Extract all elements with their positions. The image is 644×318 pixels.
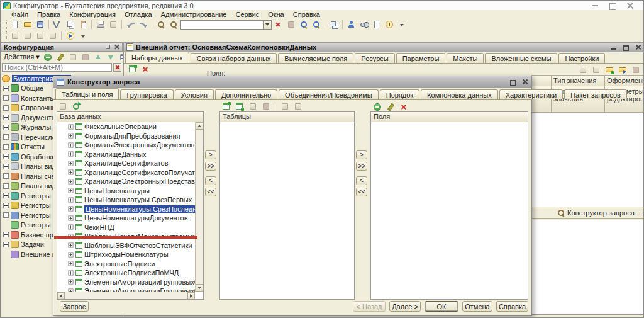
new-file-icon[interactable]	[9, 20, 21, 30]
expander-icon[interactable]	[3, 95, 9, 101]
add-table-icon[interactable]	[126, 64, 138, 74]
maximize-icon[interactable]	[608, 2, 617, 9]
copy-icon[interactable]	[67, 52, 79, 62]
edit-document-icon[interactable]	[370, 20, 382, 30]
menu-item[interactable]: Конфигурация	[65, 11, 120, 18]
refresh-icon[interactable]	[70, 101, 82, 111]
clear-config-search-icon[interactable]	[113, 63, 121, 72]
add-icon[interactable]	[371, 102, 383, 112]
database-table-row[interactable]: ЭлектронныеПодписиПоМЧД	[57, 268, 195, 278]
transfer-all-left-button[interactable]: <<	[356, 188, 367, 196]
query-text-area[interactable]	[531, 220, 644, 314]
expander-icon[interactable]	[3, 154, 9, 159]
database-table-row[interactable]: ХранилищеДанных	[57, 150, 195, 159]
expander-icon[interactable]	[68, 243, 73, 248]
expander-icon[interactable]	[3, 115, 9, 120]
dialog-tab-8[interactable]: Пакет запросов	[564, 89, 627, 99]
database-table-row[interactable]: ШтрихкодыНоменклатуры	[57, 250, 195, 259]
database-table-row[interactable]: ЧекиНПД	[57, 223, 195, 232]
transfer-right-button[interactable]: >	[205, 150, 216, 159]
database-table-row[interactable]: ЦеныНоменклатуры	[57, 186, 195, 196]
combo-dropdown-icon[interactable]	[264, 20, 272, 30]
query-button[interactable]: Запрос	[60, 301, 89, 312]
database-table-row[interactable]: ЭлементыАмортизацииГрупповыхОСБухгал	[57, 287, 195, 292]
report-restore-icon[interactable]	[623, 44, 630, 50]
print-preview-icon[interactable]	[107, 20, 119, 30]
menu-item[interactable]: Отладка	[120, 11, 156, 18]
database-table-row[interactable]: ФорматыДляПреобразования	[57, 132, 195, 141]
menu-item[interactable]: Администрирование	[157, 11, 231, 18]
report-minimize-icon[interactable]	[611, 44, 618, 50]
print-icon[interactable]	[94, 20, 106, 30]
delete-icon[interactable]	[260, 101, 272, 111]
expander-icon[interactable]	[68, 225, 73, 230]
expander-icon[interactable]	[68, 215, 73, 220]
configuration-store-icon[interactable]	[9, 31, 21, 41]
redo-icon[interactable]	[137, 20, 149, 30]
database-table-row[interactable]: ЦеныНоменклатуры.СрезПоследних	[57, 205, 195, 214]
expander-icon[interactable]	[68, 252, 73, 257]
pin-icon[interactable]	[106, 45, 110, 49]
paste-icon[interactable]	[77, 20, 89, 30]
help-button[interactable]: Справка	[496, 301, 528, 312]
cut-icon[interactable]	[52, 20, 64, 30]
dialog-tab-2[interactable]: Условия	[175, 89, 214, 99]
table-params-icon[interactable]	[292, 101, 304, 111]
expander-icon[interactable]	[3, 173, 9, 179]
horizontal-scrollbar[interactable]	[57, 292, 195, 299]
transfer-left-button[interactable]: <	[205, 176, 216, 185]
expander-icon[interactable]	[3, 232, 9, 237]
move-up-icon[interactable]	[92, 52, 104, 62]
find-icon[interactable]	[155, 20, 167, 30]
compare-configs-icon[interactable]	[21, 31, 33, 41]
cancel-button[interactable]: Отмена	[462, 301, 492, 312]
database-config-icon[interactable]	[34, 31, 46, 41]
toolbar-grip[interactable]	[4, 20, 7, 29]
clear-search-icon[interactable]	[272, 20, 284, 30]
actions-menu[interactable]: Действия ▾	[2, 53, 42, 61]
toolbar-grip[interactable]	[4, 31, 7, 40]
expander-icon[interactable]	[68, 179, 73, 184]
next-button[interactable]: Далее >	[389, 301, 421, 312]
close-panel-icon[interactable]	[114, 44, 119, 50]
more-icon[interactable]	[77, 31, 89, 41]
expander-icon[interactable]	[68, 207, 73, 212]
report-tab-2[interactable]: Вычисляемые поля	[278, 53, 353, 63]
expander-icon[interactable]	[68, 270, 73, 275]
expander-icon[interactable]	[3, 125, 9, 130]
expander-icon[interactable]	[68, 280, 73, 285]
remove-table-icon[interactable]	[279, 101, 291, 111]
menu-item[interactable]: Справка	[289, 11, 325, 18]
parameters-list-area[interactable]	[531, 113, 644, 207]
expander-icon[interactable]	[68, 133, 73, 139]
menu-item[interactable]: Правка	[33, 11, 65, 18]
menu-item[interactable]: Сервис	[231, 11, 264, 18]
add-icon[interactable]	[577, 65, 589, 75]
report-tab-4[interactable]: Параметры	[396, 53, 446, 63]
dialog-tab-1[interactable]: Группировка	[120, 89, 173, 99]
report-tab-5[interactable]: Макеты	[447, 53, 484, 63]
report-tab-6[interactable]: Вложенные схемы	[485, 53, 557, 63]
undo-icon[interactable]	[125, 20, 136, 30]
report-close-icon[interactable]	[635, 44, 641, 50]
expander-icon[interactable]	[3, 212, 9, 218]
expander-icon[interactable]	[3, 183, 9, 189]
transfer-all-left-button[interactable]: <<	[205, 188, 216, 196]
scroll-left-icon[interactable]	[57, 292, 65, 299]
config-search-input[interactable]	[2, 63, 112, 72]
save-icon[interactable]	[34, 20, 46, 30]
more-icon[interactable]	[396, 20, 408, 30]
database-table-row[interactable]: ШаблоныЭВФОтчетовСтатистики	[57, 241, 195, 251]
database-table-row[interactable]: ЭлементыАмортизацииГрупповыхОСБухгал	[57, 278, 195, 287]
transfer-all-right-button[interactable]: >>	[205, 162, 216, 171]
expander-icon[interactable]	[68, 161, 73, 166]
find-prev-icon[interactable]	[310, 20, 322, 30]
copy-icon[interactable]	[64, 20, 76, 30]
delete-icon[interactable]	[139, 64, 151, 74]
expander-icon[interactable]	[3, 144, 9, 150]
fields-list-area[interactable]	[371, 122, 528, 299]
expander-icon[interactable]	[68, 124, 73, 129]
menu-item[interactable]: Файл	[7, 11, 33, 18]
scroll-down-icon[interactable]	[196, 284, 203, 292]
ok-button[interactable]: ОК	[425, 301, 458, 312]
